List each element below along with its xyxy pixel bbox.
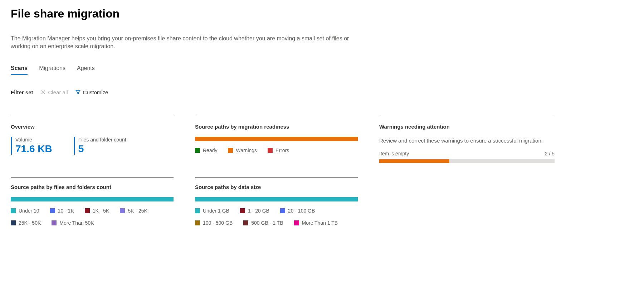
count-panel: Source paths by files and folders count … [11, 177, 174, 226]
swatch-warnings-icon [228, 148, 233, 153]
warning-progress-text: 2 / 5 [545, 151, 555, 156]
warning-progress-track [379, 159, 555, 163]
legend-under10-label: Under 10 [19, 208, 39, 214]
readiness-bar [195, 137, 358, 141]
legend-ready-label: Ready [203, 148, 217, 153]
page-description: The Migration Manager helps you bring yo… [11, 35, 351, 51]
legend-500gb-1tb: 500 GB - 1 TB [243, 220, 283, 226]
stat-volume: Volume 71.6 KB [11, 137, 52, 155]
readiness-panel: Source paths by migration readiness Read… [195, 117, 358, 153]
count-bar [11, 197, 174, 201]
swatch-25k-50k-icon [11, 220, 16, 225]
legend-5k-25k-label: 5K - 25K [128, 208, 147, 214]
stat-count-label: Files and folder count [78, 137, 126, 143]
legend-1k-5k-label: 1K - 5K [93, 208, 109, 214]
legend-under1gb: Under 1 GB [195, 208, 229, 214]
legend-errors-label: Errors [275, 148, 289, 153]
swatch-ready-icon [195, 148, 200, 153]
clear-all-button[interactable]: Clear all [40, 89, 68, 95]
warnings-subtext: Review and correct these warnings to ens… [379, 137, 555, 144]
warning-item-label: Item is empty [379, 151, 409, 156]
swatch-under10-icon [11, 208, 16, 213]
legend-100-500gb-label: 100 - 500 GB [203, 220, 233, 226]
size-bar-under1gb [195, 197, 358, 201]
legend-more50k: More Than 50K [52, 220, 94, 226]
swatch-more50k-icon [52, 220, 57, 225]
size-bar [195, 197, 358, 201]
warning-progress-fill [379, 159, 449, 163]
legend-500gb-1tb-label: 500 GB - 1 TB [251, 220, 283, 226]
legend-more1tb: More Than 1 TB [294, 220, 338, 226]
filter-set-label: Filter set [11, 89, 33, 95]
swatch-20-100gb-icon [280, 208, 285, 213]
legend-1-20gb-label: 1 - 20 GB [248, 208, 269, 214]
legend-1-20gb: 1 - 20 GB [240, 208, 269, 214]
swatch-100-500gb-icon [195, 220, 200, 225]
legend-25k-50k: 25K - 50K [11, 220, 41, 226]
stat-count-value: 5 [78, 143, 126, 155]
count-title: Source paths by files and folders count [11, 184, 174, 190]
stat-volume-label: Volume [15, 137, 52, 143]
legend-under10: Under 10 [11, 208, 39, 214]
legend-errors: Errors [268, 148, 289, 153]
swatch-errors-icon [268, 148, 273, 153]
swatch-under1gb-icon [195, 208, 200, 213]
page-title: File share migration [11, 7, 633, 20]
size-title: Source paths by data size [195, 184, 358, 190]
swatch-500gb-1tb-icon [243, 220, 248, 225]
swatch-1-20gb-icon [240, 208, 245, 213]
count-bar-under10 [11, 197, 174, 201]
filter-icon [75, 89, 81, 95]
legend-1k-5k: 1K - 5K [85, 208, 109, 214]
readiness-legend: Ready Warnings Errors [195, 148, 358, 153]
readiness-bar-warnings [195, 137, 358, 141]
legend-10-1k-label: 10 - 1K [58, 208, 74, 214]
overview-panel: Overview Volume 71.6 KB Files and folder… [11, 117, 174, 155]
tab-migrations[interactable]: Migrations [39, 65, 65, 75]
legend-more50k-label: More Than 50K [59, 220, 94, 226]
legend-ready: Ready [195, 148, 217, 153]
swatch-10-1k-icon [50, 208, 55, 213]
overview-title: Overview [11, 124, 174, 130]
swatch-1k-5k-icon [85, 208, 90, 213]
stat-volume-value: 71.6 KB [15, 143, 52, 155]
close-icon [40, 89, 46, 95]
legend-warnings-label: Warnings [236, 148, 257, 153]
legend-100-500gb: 100 - 500 GB [195, 220, 233, 226]
legend-warnings: Warnings [228, 148, 257, 153]
customize-button[interactable]: Customize [75, 89, 108, 95]
filter-row: Filter set Clear all Customize [11, 89, 633, 95]
legend-under1gb-label: Under 1 GB [203, 208, 229, 214]
size-panel: Source paths by data size Under 1 GB 1 -… [195, 177, 358, 226]
count-legend: Under 10 10 - 1K 1K - 5K 5K - 25K 25K - … [11, 208, 174, 226]
legend-20-100gb-label: 20 - 100 GB [288, 208, 315, 214]
clear-all-label: Clear all [48, 89, 68, 95]
warnings-title: Warnings needing attention [379, 124, 555, 130]
stat-count: Files and folder count 5 [74, 137, 126, 155]
size-legend: Under 1 GB 1 - 20 GB 20 - 100 GB 100 - 5… [195, 208, 358, 226]
warning-row: Item is empty 2 / 5 [379, 151, 555, 156]
readiness-title: Source paths by migration readiness [195, 124, 358, 130]
legend-more1tb-label: More Than 1 TB [302, 220, 338, 226]
customize-label: Customize [83, 89, 108, 95]
swatch-more1tb-icon [294, 220, 299, 225]
warnings-panel: Warnings needing attention Review and co… [379, 117, 555, 163]
swatch-5k-25k-icon [120, 208, 125, 213]
legend-20-100gb: 20 - 100 GB [280, 208, 315, 214]
dashboard: Overview Volume 71.6 KB Files and folder… [11, 117, 633, 226]
tab-agents[interactable]: Agents [77, 65, 95, 75]
legend-25k-50k-label: 25K - 50K [19, 220, 41, 226]
legend-10-1k: 10 - 1K [50, 208, 74, 214]
tabs: Scans Migrations Agents [11, 65, 633, 75]
legend-5k-25k: 5K - 25K [120, 208, 147, 214]
tab-scans[interactable]: Scans [11, 65, 28, 75]
